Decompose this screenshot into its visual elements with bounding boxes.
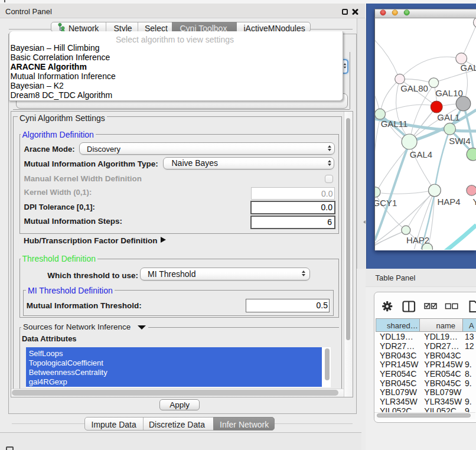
svg-text:GAL10: GAL10	[435, 88, 463, 98]
svg-text:HAP2: HAP2	[406, 235, 429, 245]
svg-text:SWI4: SWI4	[449, 136, 471, 146]
svg-text:GAL1: GAL1	[437, 112, 459, 122]
svg-text:YJ: YJ	[472, 197, 476, 207]
svg-text:GAL80: GAL80	[400, 83, 428, 93]
svg-text:HAP4: HAP4	[437, 197, 460, 207]
svg-text:GCY1: GCY1	[375, 198, 397, 208]
svg-text:GAL11: GAL11	[380, 119, 407, 129]
svg-text:GAL2: GAL2	[460, 63, 476, 73]
svg-text:GAL4: GAL4	[409, 149, 432, 159]
